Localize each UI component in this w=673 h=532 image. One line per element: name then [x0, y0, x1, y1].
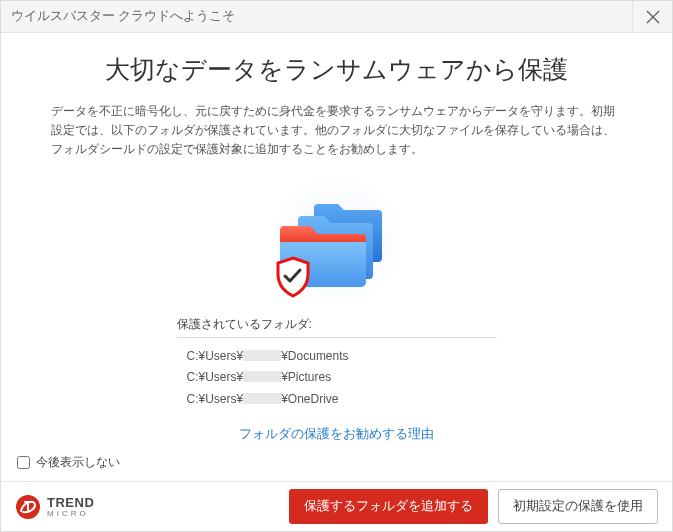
- protected-folders-section: 保護されているフォルダ: C:¥Users¥¥Documents C:¥User…: [177, 316, 497, 411]
- brand-logo: TREND MICRO: [15, 494, 289, 520]
- list-item: C:¥Users¥¥Documents: [187, 346, 497, 368]
- folder-path-prefix: C:¥Users¥: [187, 370, 244, 384]
- folders-icon: [262, 176, 412, 306]
- folder-shield-illustration: [51, 176, 622, 306]
- folder-path-suffix: ¥Pictures: [281, 370, 331, 384]
- folder-path-suffix: ¥OneDrive: [281, 392, 338, 406]
- dont-show-label[interactable]: 今後表示しない: [36, 454, 120, 471]
- list-item: C:¥Users¥¥OneDrive: [187, 389, 497, 411]
- content-area: 大切なデータをランサムウェアから保護 データを不正に暗号化し、元に戻すために身代…: [1, 33, 672, 450]
- dont-show-row: 今後表示しない: [1, 450, 672, 481]
- why-protect-link[interactable]: フォルダの保護をお勧めする理由: [51, 426, 622, 443]
- window-title: ウイルスバスター クラウドへようこそ: [11, 8, 632, 25]
- footer: TREND MICRO 保護するフォルダを追加する 初期設定の保護を使用: [1, 481, 672, 531]
- dont-show-checkbox[interactable]: [17, 456, 30, 469]
- footer-buttons: 保護するフォルダを追加する 初期設定の保護を使用: [289, 489, 658, 524]
- page-title: 大切なデータをランサムウェアから保護: [51, 53, 622, 86]
- folder-path-prefix: C:¥Users¥: [187, 349, 244, 363]
- add-protected-folder-button[interactable]: 保護するフォルダを追加する: [289, 489, 488, 524]
- redacted-username: [243, 371, 281, 382]
- protected-folders-label: 保護されているフォルダ:: [177, 316, 497, 338]
- titlebar: ウイルスバスター クラウドへようこそ: [1, 1, 672, 33]
- brand-name: TREND: [47, 495, 94, 510]
- trendmicro-icon: [15, 494, 41, 520]
- protected-folders-list: C:¥Users¥¥Documents C:¥Users¥¥Pictures C…: [177, 346, 497, 411]
- redacted-username: [243, 393, 281, 404]
- redacted-username: [243, 350, 281, 361]
- use-default-protection-button[interactable]: 初期設定の保護を使用: [498, 489, 658, 524]
- list-item: C:¥Users¥¥Pictures: [187, 367, 497, 389]
- folder-path-prefix: C:¥Users¥: [187, 392, 244, 406]
- folder-path-suffix: ¥Documents: [281, 349, 348, 363]
- brand-text: TREND MICRO: [47, 495, 94, 518]
- close-icon: [646, 10, 660, 24]
- close-button[interactable]: [632, 1, 672, 33]
- dialog-window: ウイルスバスター クラウドへようこそ 大切なデータをランサムウェアから保護 デー…: [0, 0, 673, 532]
- brand-sub: MICRO: [47, 510, 94, 518]
- description-text: データを不正に暗号化し、元に戻すために身代金を要求するランサムウェアからデータを…: [51, 102, 622, 160]
